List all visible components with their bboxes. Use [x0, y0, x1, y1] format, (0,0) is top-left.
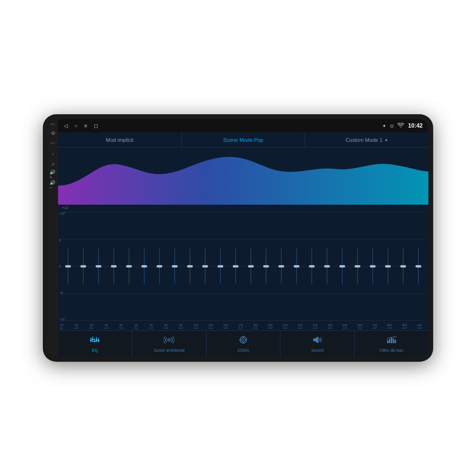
q-label-860: 2.2	[397, 327, 411, 329]
q-label-435: 2.2	[323, 327, 337, 329]
q-label-315: 2.2	[293, 327, 307, 329]
eq-slider-thumb-150[interactable]	[218, 265, 223, 268]
power-icon[interactable]: ⏻	[50, 129, 56, 136]
nav-item-sound[interactable]: Sound	[280, 331, 355, 357]
eq-slider-thumb-435[interactable]	[324, 265, 330, 268]
eq-slider-track-275[interactable]	[281, 248, 282, 284]
eq-slider-thumb-275[interactable]	[278, 265, 284, 268]
tab-mod-implicit[interactable]: Mod implicit	[58, 132, 182, 147]
eq-slider-thumb-30[interactable]	[80, 265, 86, 268]
eq-slider-track-125[interactable]	[205, 248, 206, 284]
svg-rect-7	[94, 341, 96, 342]
eq-band-235	[259, 210, 273, 323]
eq-slider-thumb-50[interactable]	[111, 265, 117, 268]
svg-rect-20	[389, 339, 390, 343]
eq-slider-thumb-40[interactable]	[96, 265, 101, 268]
vol-up-icon[interactable]: 🔊+	[50, 171, 56, 178]
q-label-95: 2.2	[174, 327, 188, 329]
eq-slider-track-80[interactable]	[159, 248, 160, 284]
nav-label-sound: Sound	[311, 348, 324, 353]
eq-slider-thumb-125[interactable]	[202, 265, 208, 268]
eq-slider-thumb-860[interactable]	[400, 265, 406, 268]
eq-band-500	[335, 210, 349, 323]
q-label-375: 2.2	[308, 327, 322, 329]
eq-slider-track-860[interactable]	[403, 248, 404, 284]
eq-slider-track-700[interactable]	[372, 248, 373, 284]
eq-slider-track-95[interactable]	[174, 248, 175, 284]
eq-slider-track-70[interactable]	[144, 248, 145, 284]
q-label-200: 2.2	[248, 327, 262, 329]
tab-custom-mode[interactable]: Custom Mode 1 ▲	[305, 132, 428, 147]
vol-down-icon[interactable]: 🔊−	[50, 182, 56, 188]
eq-slider-track-30[interactable]	[83, 248, 84, 284]
eq-slider-track-175[interactable]	[235, 248, 236, 284]
q-label-80: 2.2	[159, 327, 173, 329]
eq-slider-track-500[interactable]	[342, 248, 343, 284]
svg-rect-23	[395, 340, 396, 343]
q-label-275: 2.2	[278, 327, 292, 329]
rst-btn[interactable]: RST	[50, 140, 56, 147]
back-nav-icon[interactable]: ◁	[64, 123, 68, 129]
eq-slider-track-920[interactable]	[418, 248, 419, 284]
q-label-40: 2.2	[99, 327, 113, 329]
eq-slider-track-600[interactable]	[357, 248, 358, 284]
eq-slider-track-20[interactable]	[68, 248, 69, 284]
nav-item-zona[interactable]: ZONA	[207, 331, 281, 357]
svg-rect-8	[96, 339, 98, 340]
q-label-70: 2.2	[144, 327, 158, 329]
eq-slider-thumb-600[interactable]	[355, 265, 360, 268]
eq-slider-thumb-175[interactable]	[233, 265, 238, 268]
eq-slider-thumb-315[interactable]	[294, 265, 299, 268]
eq-slider-thumb-700[interactable]	[370, 265, 376, 268]
eq-slider-thumb-200[interactable]	[248, 265, 254, 268]
eq-slider-track-40[interactable]	[98, 248, 99, 284]
eq-slider-thumb-95[interactable]	[172, 265, 178, 268]
eq-slider-track-150[interactable]	[220, 248, 221, 284]
eq-slider-track-315[interactable]	[296, 248, 297, 284]
eq-slider-thumb-70[interactable]	[141, 265, 147, 268]
svg-rect-22	[393, 338, 394, 343]
eq-slider-track-200[interactable]	[250, 248, 251, 284]
nav-item-sunet-ambiental[interactable]: Sunet ambiental	[132, 331, 207, 357]
eq-slider-thumb-500[interactable]	[339, 265, 345, 268]
q-label-235: 2.2	[263, 327, 277, 329]
home-nav-icon[interactable]: ○	[74, 123, 78, 129]
bars-filter-icon	[387, 336, 397, 347]
eq-slider-track-375[interactable]	[311, 248, 312, 284]
svg-rect-9	[98, 340, 99, 341]
eq-slider-thumb-235[interactable]	[263, 265, 269, 268]
nav-item-filtru-de-bas[interactable]: Filtru de bas	[355, 331, 428, 357]
q-header: Q:	[60, 327, 69, 329]
eq-slider-track-50[interactable]	[113, 248, 114, 284]
eq-band-200	[244, 210, 258, 323]
status-icons: ✦ ⊙ 10:42	[382, 122, 423, 129]
eq-slider-thumb-60[interactable]	[126, 265, 132, 268]
eq-slider-track-435[interactable]	[327, 248, 327, 284]
device-outer: MIC ⏻ RST ⌂ ↺ 🔊+ 🔊− ◁ ○ ≡ ◻ ✦	[43, 114, 433, 362]
eq-slider-thumb-80[interactable]	[157, 265, 162, 268]
nav-item-eq[interactable]: EQ	[58, 331, 132, 357]
svg-rect-21	[391, 337, 392, 343]
svg-rect-5	[90, 340, 92, 341]
eq-band-700	[366, 210, 380, 323]
eq-slider-track-800[interactable]	[387, 248, 388, 284]
home-icon[interactable]: ⌂	[50, 150, 56, 157]
device-inner: MIC ⏻ RST ⌂ ↺ 🔊+ 🔊− ◁ ○ ≡ ◻ ✦	[48, 119, 428, 357]
eq-area: +12 +1260−6−12 FC: 203040506070809511012…	[58, 205, 428, 330]
back-icon[interactable]: ↺	[50, 161, 56, 168]
svg-rect-18	[313, 338, 316, 341]
menu-nav-icon[interactable]: ≡	[84, 123, 87, 129]
eq-slider-thumb-920[interactable]	[416, 265, 421, 268]
q-label-125: 2.2	[204, 327, 218, 329]
eq-slider-track-110[interactable]	[189, 248, 190, 284]
eq-slider-thumb-375[interactable]	[309, 265, 315, 268]
eq-slider-thumb-800[interactable]	[385, 265, 391, 268]
clock: 10:42	[408, 122, 423, 129]
recent-nav-icon[interactable]: ◻	[94, 123, 98, 129]
eq-slider-thumb-110[interactable]	[187, 265, 193, 268]
tab-scene-mode[interactable]: Scene Mode:Pop	[182, 132, 306, 147]
eq-slider-thumb-20[interactable]	[65, 265, 71, 268]
eq-band-175	[228, 210, 243, 323]
eq-slider-track-235[interactable]	[266, 248, 267, 284]
eq-slider-track-60[interactable]	[129, 248, 129, 284]
